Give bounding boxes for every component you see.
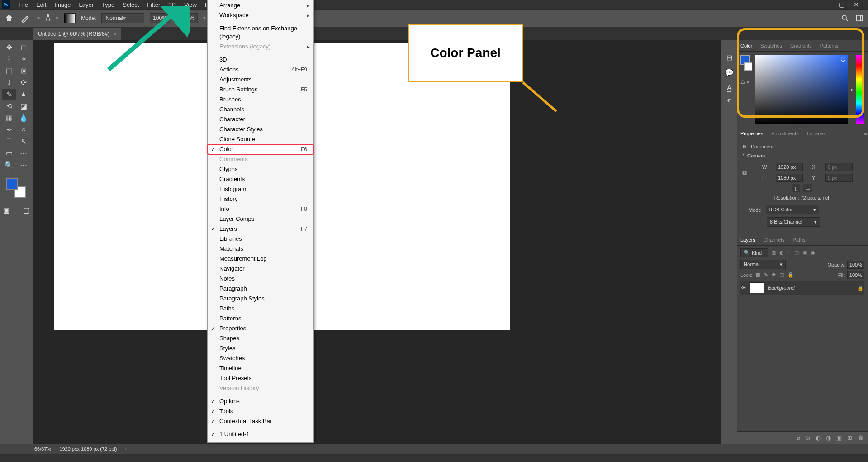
healing-tool[interactable]: ⟳	[17, 77, 30, 88]
panel-icon[interactable]: ¶	[727, 98, 731, 106]
panel-menu-icon[interactable]: ≡	[863, 40, 868, 51]
blur-tool[interactable]: 💧	[17, 112, 30, 123]
layer-opacity[interactable]: 100%	[847, 261, 864, 269]
bg-color-mini[interactable]	[744, 62, 752, 71]
edit-toolbar[interactable]: ⋯	[17, 159, 30, 170]
tab-properties[interactable]: Properties	[740, 128, 764, 139]
panel-menu-icon[interactable]: ≡	[863, 234, 868, 245]
bit-depth-select[interactable]: 8 Bits/Channel▾	[767, 217, 820, 227]
gradient-preview[interactable]	[64, 13, 76, 23]
tab-color[interactable]: Color	[740, 40, 753, 51]
menu-item-layer-comps[interactable]: Layer Comps	[208, 214, 313, 224]
menu-item-1-untitled-1[interactable]: 1 Untitled-1	[208, 429, 313, 439]
layer-row[interactable]: 👁 Background 🔒	[740, 281, 864, 295]
menu-item-paragraph[interactable]: Paragraph	[208, 284, 313, 294]
menu-item-properties[interactable]: Properties	[208, 324, 313, 333]
menu-item-shapes[interactable]: Shapes	[208, 333, 313, 343]
foreground-swatch[interactable]	[6, 178, 18, 190]
layer-blend-select[interactable]: Normal▾	[740, 260, 786, 269]
path-select-tool[interactable]: ↖	[17, 136, 30, 147]
panel-menu-icon[interactable]: ≡	[863, 128, 868, 139]
clone-stamp-tool[interactable]: ▲	[17, 89, 30, 100]
tab-gradients[interactable]: Gradients	[789, 40, 813, 51]
menu-edit[interactable]: Edit	[32, 0, 50, 10]
home-icon[interactable]	[5, 14, 14, 23]
menu-item-histogram[interactable]: Histogram	[208, 184, 313, 194]
width-input[interactable]: 1920 px	[776, 163, 803, 171]
color-swatches[interactable]	[6, 178, 26, 198]
menu-item-swatches[interactable]: Swatches	[208, 353, 313, 363]
filter-shape-icon[interactable]: ▢	[794, 250, 799, 256]
menu-item-actions[interactable]: ActionsAlt+F9	[208, 65, 313, 75]
lasso-tool[interactable]: ⌇	[2, 53, 16, 64]
dodge-tool[interactable]: ○	[17, 124, 30, 135]
menu-item-patterns[interactable]: Patterns	[208, 314, 313, 324]
gradient-tool[interactable]: ▦	[2, 112, 16, 123]
delete-icon[interactable]: 🗑	[858, 434, 863, 441]
history-brush-tool[interactable]: ⟲	[2, 100, 16, 111]
lock-artboard-icon[interactable]: ◫	[779, 272, 784, 278]
quick-mask-icon[interactable]: ▣	[0, 205, 13, 215]
more-tool[interactable]: ⋯	[17, 148, 30, 158]
fx-icon[interactable]: fx	[806, 434, 810, 441]
menu-item-measurement-log[interactable]: Measurement Log	[208, 254, 313, 264]
menu-item-character[interactable]: Character	[208, 114, 313, 124]
close-button[interactable]: ✕	[854, 1, 859, 8]
menu-item-3d[interactable]: 3D	[208, 55, 313, 65]
layer-name[interactable]: Background	[768, 285, 795, 291]
marquee-tool[interactable]: ◻	[17, 42, 30, 52]
move-tool[interactable]: ✥	[2, 42, 16, 52]
menu-item-styles[interactable]: Styles	[208, 343, 313, 353]
menu-image[interactable]: Image	[50, 0, 75, 10]
eyedropper-tool[interactable]: 𓃎	[2, 77, 16, 88]
adjustment-icon[interactable]: ◑	[826, 434, 831, 441]
menu-item-history[interactable]: History	[208, 194, 313, 204]
panel-icon[interactable]: ⊟	[726, 53, 732, 62]
menu-file[interactable]: File	[14, 0, 32, 10]
menu-item-color[interactable]: ColorF6	[208, 144, 313, 154]
canvas-section-head[interactable]: Canvas	[742, 153, 863, 158]
menu-item-arrange[interactable]: Arrange	[208, 0, 313, 10]
panel-icon[interactable]: 💬	[725, 68, 734, 77]
tool-preset-icon[interactable]	[19, 13, 32, 24]
menu-item-contextual-task-bar[interactable]: Contextual Task Bar	[208, 416, 313, 426]
tab-swatches[interactable]: Swatches	[759, 40, 783, 51]
menu-item-info[interactable]: InfoF8	[208, 204, 313, 214]
menu-item-adjustments[interactable]: Adjustments	[208, 75, 313, 85]
layer-fill[interactable]: 100%	[847, 271, 864, 279]
color-mode-select[interactable]: RGB Color▾	[766, 205, 819, 214]
filter-pixel-icon[interactable]: ▧	[771, 250, 776, 256]
magic-wand-tool[interactable]: ✧	[17, 53, 30, 64]
frame-tool[interactable]: ⊠	[17, 65, 30, 76]
menu-item-channels[interactable]: Channels	[208, 105, 313, 114]
eraser-tool[interactable]: ◪	[17, 100, 30, 111]
lock-position-icon[interactable]: ✥	[772, 272, 776, 278]
menu-item-brushes[interactable]: Brushes	[208, 95, 313, 105]
tab-patterns[interactable]: Patterns	[819, 40, 840, 51]
tab-paths[interactable]: Paths	[792, 234, 806, 245]
brush-tool[interactable]: ✎	[2, 89, 16, 100]
menu-item-character-styles[interactable]: Character Styles	[208, 124, 313, 134]
menu-item-paths[interactable]: Paths	[208, 304, 313, 314]
filter-smart-icon[interactable]: ▣	[802, 250, 807, 256]
shape-tool[interactable]: ▭	[2, 148, 16, 158]
menu-item-timeline[interactable]: Timeline	[208, 363, 313, 373]
brush-size[interactable]: 13	[45, 14, 50, 22]
lock-all-icon[interactable]: 🔒	[787, 272, 794, 278]
menu-item-brush-settings[interactable]: Brush SettingsF5	[208, 85, 313, 95]
menu-item-layers[interactable]: LayersF7	[208, 224, 313, 234]
menu-item-workspace[interactable]: Workspace	[208, 10, 313, 20]
maximize-button[interactable]: ▢	[839, 1, 844, 8]
link-layers-icon[interactable]: ⌀	[797, 434, 800, 441]
crop-tool[interactable]: ◫	[2, 65, 16, 76]
workspace-icon[interactable]	[855, 14, 863, 22]
zoom-level[interactable]: 66/67%	[34, 446, 51, 452]
filter-toggle[interactable]: ◉	[811, 250, 815, 256]
new-layer-icon[interactable]: ⊞	[847, 434, 852, 441]
link-icon[interactable]: ⧉	[742, 169, 747, 176]
orient-landscape[interactable]: ▭	[803, 184, 812, 192]
tab-channels[interactable]: Channels	[763, 234, 785, 245]
menu-item-tools[interactable]: Tools	[208, 406, 313, 416]
menu-item-libraries[interactable]: Libraries	[208, 234, 313, 244]
minimize-button[interactable]: —	[823, 1, 830, 8]
